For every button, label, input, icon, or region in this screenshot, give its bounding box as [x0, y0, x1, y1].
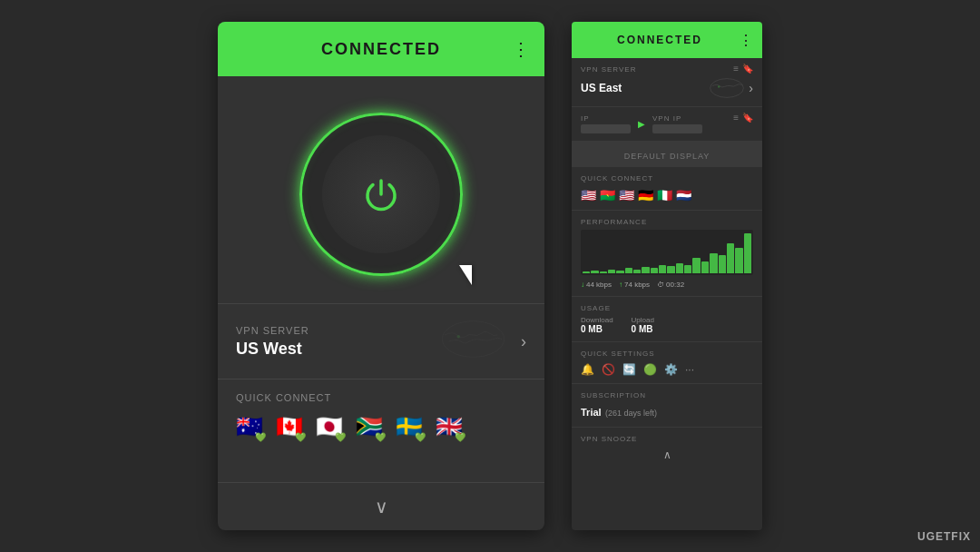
- ip-bookmark-icon: 🔖: [742, 113, 753, 123]
- ip-arrow-icon: ▶: [638, 119, 645, 129]
- vpn-server-section[interactable]: VPN SERVER US West ›: [218, 303, 544, 379]
- refresh-icon[interactable]: 🔄: [622, 363, 636, 376]
- performance-bar: [591, 271, 598, 273]
- performance-label: PERFORMANCE: [581, 218, 753, 226]
- performance-chart: [581, 230, 753, 275]
- subscription-label: SUBSCRIPTION: [581, 391, 753, 399]
- performance-bar: [659, 265, 666, 273]
- desktop-app-panel: CONNECTED ⋮ ≡ 🔖 VPN SERVER US East › ≡ 🔖: [572, 22, 762, 530]
- power-button[interactable]: [322, 135, 440, 253]
- desktop-flag-us2[interactable]: 🇺🇸: [619, 188, 634, 202]
- performance-bar: [719, 255, 726, 273]
- mobile-menu-icon[interactable]: ⋮: [512, 38, 530, 60]
- qs-icons-row: 🔔 🚫 🔄 🟢 ⚙️ ···: [581, 363, 753, 376]
- performance-bar: [642, 267, 649, 273]
- quick-connect-label: QUICK CONNECT: [236, 392, 526, 403]
- desktop-flag-bf[interactable]: 🇧🇫: [600, 188, 615, 202]
- desktop-header: CONNECTED ⋮: [572, 22, 762, 58]
- performance-bar: [692, 258, 700, 273]
- performance-bar: [676, 263, 683, 273]
- desktop-quick-connect: QUICK CONNECT 🇺🇸 🇧🇫 🇺🇸 🇩🇪 🇮🇹 🇳🇱: [572, 167, 762, 211]
- mobile-header: CONNECTED ⋮: [218, 22, 544, 76]
- svg-point-2: [710, 79, 744, 98]
- flag-au: 🇦🇺💚: [236, 414, 263, 439]
- desktop-server-name: US East: [581, 82, 622, 94]
- download-arrow-icon: ↓: [581, 281, 584, 289]
- performance-bar: [727, 243, 734, 273]
- vpn-ip-value-bar: [652, 124, 702, 133]
- ip-value-bar: [581, 124, 631, 133]
- flag-item-gb[interactable]: 🇬🇧💚: [436, 414, 463, 439]
- flag-item-au[interactable]: 🇦🇺💚: [236, 414, 263, 439]
- performance-bar: [684, 265, 691, 273]
- download-speed: 44 kbps: [586, 281, 612, 289]
- ip-section-icons: ≡ 🔖: [733, 113, 753, 123]
- performance-bar: [701, 261, 709, 273]
- desktop-flags-row: 🇺🇸 🇧🇫 🇺🇸 🇩🇪 🇮🇹 🇳🇱: [581, 188, 753, 202]
- desktop-qc-label: QUICK CONNECT: [581, 174, 753, 182]
- flag-se: 🇸🇪💚: [396, 414, 423, 439]
- desktop-chevron-right: ›: [749, 81, 753, 95]
- subscription-info: Trial (261 days left): [581, 403, 753, 419]
- default-display-text: DEFAULT DISPLAY: [624, 152, 710, 161]
- settings-gear-icon[interactable]: ⚙️: [664, 363, 678, 376]
- download-stat: ↓ 44 kbps: [581, 281, 612, 289]
- svg-point-1: [457, 335, 461, 339]
- usage-section: USAGE Download 0 MB Upload 0 MB: [572, 297, 762, 342]
- desktop-flag-it[interactable]: 🇮🇹: [657, 188, 672, 202]
- power-button-section: [218, 76, 544, 303]
- chevron-down-icon: ∨: [375, 496, 388, 518]
- usage-row: Download 0 MB Upload 0 MB: [581, 316, 753, 334]
- vpn-server-label: VPN SERVER: [236, 325, 309, 336]
- desktop-flag-de[interactable]: 🇩🇪: [638, 188, 653, 202]
- quick-connect-section: QUICK CONNECT 🇦🇺💚 🇨🇦💚 🇯🇵💚 🇿🇦💚 🇸🇪💚 🇬🇧💚: [218, 379, 544, 452]
- power-circle[interactable]: [299, 113, 463, 276]
- snooze-label: VPN SNOOZE: [581, 435, 753, 443]
- upload-usage: Upload 0 MB: [632, 316, 654, 334]
- vpn-ip-block: VPN IP: [652, 114, 702, 133]
- mobile-status-title: CONNECTED: [321, 40, 441, 59]
- desktop-vpn-server-section[interactable]: ≡ 🔖 VPN SERVER US East ›: [572, 58, 762, 107]
- more-options-icon[interactable]: ···: [685, 363, 694, 376]
- performance-bar: [600, 271, 607, 273]
- list-icon: ≡: [733, 64, 739, 74]
- performance-bar: [625, 268, 632, 273]
- subscription-days: (261 days left): [605, 409, 657, 418]
- block-icon[interactable]: 🚫: [602, 363, 615, 376]
- performance-bar: [744, 233, 751, 273]
- flag-gb: 🇬🇧💚: [436, 414, 463, 439]
- connection-time: 00:32: [666, 281, 684, 289]
- flag-item-ca[interactable]: 🇨🇦💚: [276, 414, 303, 439]
- power-icon: [358, 172, 404, 217]
- download-usage-value: 0 MB: [581, 324, 613, 334]
- desktop-server-content: US East ›: [581, 77, 753, 99]
- vpn-snooze-section: VPN SNOOZE ∧: [572, 428, 762, 530]
- svg-point-0: [442, 321, 504, 358]
- bookmark-icon: 🔖: [742, 64, 753, 74]
- notification-icon[interactable]: 🔔: [581, 363, 594, 376]
- flag-item-jp[interactable]: 🇯🇵💚: [316, 414, 343, 439]
- section-icons: ≡ 🔖: [733, 64, 753, 74]
- desktop-flag-us1[interactable]: 🇺🇸: [581, 188, 596, 202]
- desktop-menu-icon[interactable]: ⋮: [739, 32, 753, 49]
- performance-bar: [583, 271, 590, 273]
- green-dot-icon[interactable]: 🟢: [643, 363, 657, 376]
- desktop-flag-nl[interactable]: 🇳🇱: [676, 188, 691, 202]
- flag-item-se[interactable]: 🇸🇪💚: [396, 414, 423, 439]
- quick-settings-section: QUICK SETTINGS 🔔 🚫 🔄 🟢 ⚙️ ···: [572, 342, 762, 384]
- upload-usage-value: 0 MB: [632, 324, 654, 334]
- subscription-section: SUBSCRIPTION Trial (261 days left): [572, 384, 762, 428]
- ip-row: IP ▶ VPN IP: [581, 114, 753, 133]
- default-display-bar: DEFAULT DISPLAY: [572, 142, 762, 167]
- mobile-app-panel: CONNECTED ⋮ VPN SERVER US West: [218, 22, 544, 530]
- performance-section: PERFORMANCE ↓ 44 kbps ↑ 74 kbps ⏱ 00:32: [572, 211, 762, 297]
- usage-label: USAGE: [581, 304, 753, 312]
- ip-block: IP: [581, 114, 631, 133]
- snooze-chevron-up-icon[interactable]: ∧: [581, 448, 753, 461]
- desktop-vpn-label: VPN SERVER: [581, 65, 753, 74]
- performance-bar: [616, 271, 623, 273]
- flag-item-za[interactable]: 🇿🇦💚: [356, 414, 383, 439]
- desktop-status-title: CONNECTED: [581, 34, 739, 46]
- scroll-down-section[interactable]: ∨: [218, 482, 544, 530]
- watermark: UGETFIX: [917, 530, 971, 543]
